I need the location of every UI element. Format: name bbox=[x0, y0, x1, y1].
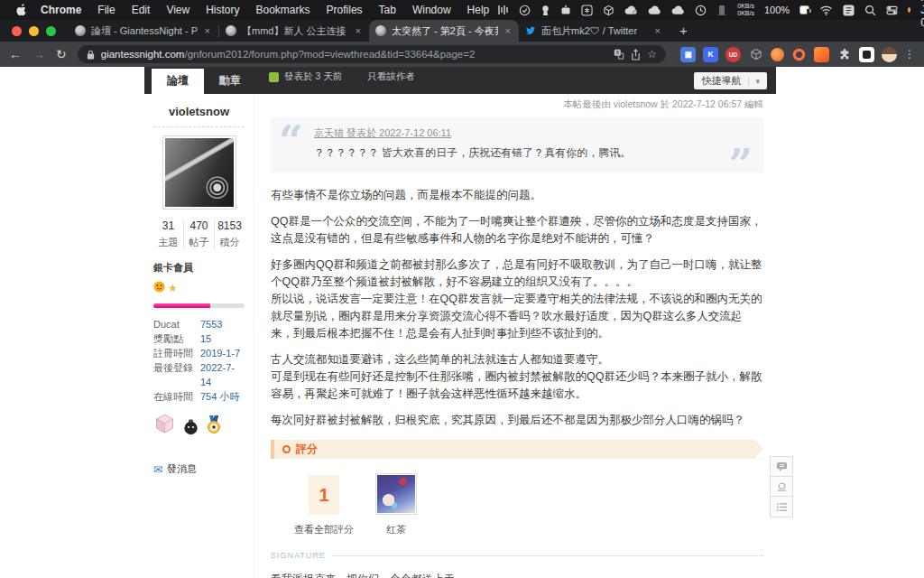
menu-tab[interactable]: Tab bbox=[371, 4, 404, 16]
post-paragraph: 可是到现在有些同好还是控制不住那张嘴，圈内被封禁被解散的QQ群还少吗？本来圈子就… bbox=[271, 368, 763, 403]
close-icon[interactable]: × bbox=[354, 25, 363, 36]
gn-favicon bbox=[226, 25, 236, 36]
tab-twitter[interactable]: 面包片mk2🛡 / Twitter × bbox=[519, 20, 669, 42]
battery-icon[interactable]: ▮ bbox=[799, 5, 809, 14]
apple-menu-icon[interactable] bbox=[11, 4, 32, 16]
extension-ud-icon[interactable]: UD bbox=[725, 47, 741, 62]
reload-button[interactable]: ↻ bbox=[56, 48, 67, 61]
rater-avatar[interactable] bbox=[375, 473, 417, 515]
back-to-top-button[interactable] bbox=[771, 477, 792, 497]
forum-header: 發表於 3 天前 只看該作者 論壇 勳章 快捷導航 ▾ bbox=[144, 67, 776, 94]
history-clock-icon[interactable] bbox=[695, 5, 707, 16]
quote-author-link[interactable]: 京天猎 發表於 2022-7-12 06:11 bbox=[314, 126, 720, 140]
input-source-icon[interactable] bbox=[843, 5, 855, 16]
view-all-ratings-link[interactable]: 查看全部評分 bbox=[294, 523, 354, 536]
menu-bookmarks[interactable]: Bookmarks bbox=[248, 4, 319, 16]
cloud-icon-2[interactable] bbox=[671, 5, 685, 15]
extension-orange-square-icon[interactable] bbox=[814, 47, 829, 62]
thread-list-button[interactable] bbox=[771, 497, 792, 517]
rating-count-item[interactable]: 1 查看全部評分 bbox=[294, 475, 354, 536]
tab-medal[interactable]: 勳章 bbox=[204, 69, 256, 94]
forum-nav-tabs: 論壇 勳章 bbox=[152, 69, 256, 94]
extension-orange-pet-icon[interactable] bbox=[771, 48, 784, 61]
extension-blue-icon[interactable]: ▣ bbox=[680, 47, 696, 62]
reply-float-button[interactable] bbox=[771, 457, 792, 477]
profile-fields: Ducat 7553 獎勵點 15 註冊時間 2019-1-7 最後登錄 202… bbox=[153, 317, 245, 404]
view-author-link[interactable]: 只看該作者 bbox=[367, 70, 415, 83]
bomb-badge-icon[interactable] bbox=[182, 417, 199, 439]
gn-favicon bbox=[375, 25, 386, 36]
cube-icon[interactable] bbox=[603, 5, 614, 16]
cloud-icon[interactable] bbox=[648, 5, 661, 15]
rating-banner: 評分 bbox=[271, 440, 763, 459]
cloud-sync-icon[interactable] bbox=[624, 5, 638, 15]
spotlight-search-icon[interactable] bbox=[864, 5, 876, 16]
translate-icon[interactable] bbox=[614, 49, 624, 60]
forward-button[interactable]: → bbox=[32, 48, 45, 61]
author-avatar[interactable] bbox=[162, 135, 236, 210]
author-stats: 31 主題 470 帖子 8153 積分 bbox=[153, 219, 245, 249]
control-center-icon[interactable] bbox=[886, 5, 898, 16]
quick-nav-button[interactable]: 快捷導航 ▾ bbox=[694, 72, 767, 89]
bot-icon[interactable] bbox=[560, 5, 571, 15]
profile-avatar[interactable] bbox=[882, 47, 897, 62]
menu-file[interactable]: File bbox=[89, 4, 123, 16]
back-button[interactable]: ← bbox=[9, 48, 22, 61]
fan-icon[interactable] bbox=[581, 5, 593, 16]
cube-badge-icon[interactable] bbox=[153, 413, 176, 439]
wifi-icon[interactable] bbox=[819, 5, 833, 15]
menu-help[interactable]: Help bbox=[459, 4, 498, 16]
member-rank: 銀卡會員 bbox=[153, 261, 245, 275]
close-icon[interactable]: × bbox=[653, 25, 662, 36]
rater-item[interactable]: 红茶 bbox=[375, 473, 417, 536]
floating-sidebar bbox=[770, 456, 793, 517]
gn-favicon bbox=[75, 25, 86, 36]
lock-icon[interactable] bbox=[87, 50, 95, 60]
stat-threads[interactable]: 31 主題 bbox=[153, 219, 183, 249]
author-username[interactable]: violetsnow bbox=[153, 105, 245, 118]
close-window-button[interactable] bbox=[12, 26, 22, 36]
tab-forum-index[interactable]: 論壇 - GiantessNight - Powere × bbox=[69, 20, 218, 42]
menubar-app-name[interactable]: Chrome bbox=[32, 4, 89, 16]
eq-levels-icon[interactable] bbox=[497, 5, 509, 15]
menu-profiles[interactable]: Profiles bbox=[319, 4, 371, 16]
network-speed[interactable]: 0KB/s 0KB/s bbox=[737, 3, 754, 17]
divider bbox=[333, 555, 763, 556]
stat-credits[interactable]: 8153 積分 bbox=[214, 219, 245, 249]
close-icon[interactable]: × bbox=[504, 25, 513, 36]
medal-badge-icon[interactable] bbox=[206, 415, 222, 439]
stat-posts[interactable]: 470 帖子 bbox=[183, 219, 214, 249]
rater-name[interactable]: 红茶 bbox=[386, 523, 406, 536]
extension-k-icon[interactable]: K bbox=[703, 47, 718, 62]
send-message-link[interactable]: ✉ 發消息 bbox=[153, 462, 245, 476]
status-dot bbox=[908, 7, 910, 13]
zoom-window-button[interactable] bbox=[46, 26, 56, 36]
signature-text: 看我派坦克来，把你们一个个都送上天 bbox=[271, 572, 763, 578]
chrome-menu-icon[interactable]: ⋮ bbox=[904, 48, 915, 61]
minimize-window-button[interactable] bbox=[29, 26, 39, 36]
menu-history[interactable]: History bbox=[198, 4, 247, 16]
new-tab-button[interactable]: + bbox=[669, 23, 698, 42]
quote-block: “ 京天猎 發表於 2022-7-12 06:11 ？？？？？？ 皆大欢喜的日子… bbox=[271, 117, 763, 172]
bookmark-star-icon[interactable]: ☆ bbox=[647, 48, 657, 61]
extension-ring-icon[interactable] bbox=[791, 47, 807, 62]
tab-current-thread[interactable]: 太突然了 - 第2頁 - 今夜我們來 × bbox=[369, 20, 519, 42]
extension-cube-icon[interactable] bbox=[748, 47, 763, 62]
share-icon[interactable] bbox=[631, 49, 641, 61]
address-bar[interactable]: giantessnight.com/gnforum2012/forum.php?… bbox=[78, 45, 666, 63]
check-circle-icon[interactable] bbox=[519, 5, 531, 16]
post-body: 有些事情不是你立场的问题，而是根本不能提的问题。 QQ群是一个公众的交流空间，不… bbox=[271, 187, 763, 429]
tab-mmd-thread[interactable]: 【mmd】新人 公主连接 御三家 × bbox=[219, 20, 369, 42]
forum-container: 發表於 3 天前 只看該作者 論壇 勳章 快捷導航 ▾ violetsnow bbox=[144, 67, 776, 578]
tab-forum[interactable]: 論壇 bbox=[152, 69, 204, 94]
menu-view[interactable]: View bbox=[158, 4, 198, 16]
keyhole-icon[interactable] bbox=[541, 5, 550, 16]
post-paragraph: 每次同好群被封被解散，归根究底，究其原因，到最后还不都是因为那极少部分人口嗨的锅… bbox=[271, 412, 763, 429]
extensions-puzzle-icon[interactable] bbox=[836, 47, 852, 62]
menu-window[interactable]: Window bbox=[404, 4, 459, 16]
extension-contrast-icon[interactable] bbox=[859, 47, 874, 62]
display-icon[interactable] bbox=[716, 5, 727, 15]
menu-edit[interactable]: Edit bbox=[124, 4, 159, 16]
menubar-clock[interactable]: Fri 15 Jul 01:18 bbox=[920, 0, 924, 29]
close-icon[interactable]: × bbox=[203, 25, 212, 36]
